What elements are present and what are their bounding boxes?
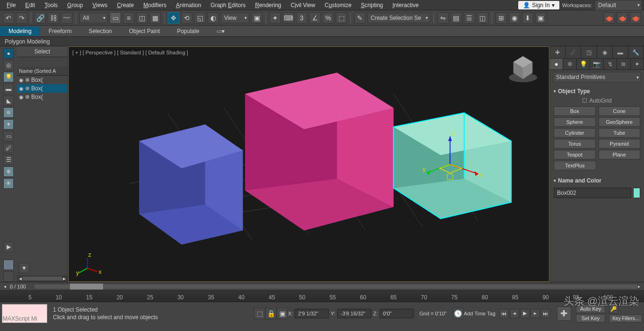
time-track[interactable] — [34, 284, 638, 289]
percent-snap-button[interactable]: % — [322, 12, 334, 24]
time-thumb[interactable] — [70, 284, 103, 289]
menu-animation[interactable]: Animation — [172, 1, 205, 9]
coord-x[interactable] — [295, 309, 329, 318]
freeze-icon[interactable] — [26, 78, 29, 82]
select-window-button[interactable]: ▦ — [149, 12, 161, 24]
menu-scripting[interactable]: Scripting — [357, 1, 387, 9]
viewport[interactable]: [ + ] [ Perspective ] [ Standard ] [ Def… — [68, 46, 549, 282]
autogrid-check[interactable]: ☐AutoGrid — [554, 96, 640, 105]
section-title-name-color[interactable]: Name and Color — [554, 175, 640, 186]
angle-snap-button[interactable]: ∠ — [309, 12, 321, 24]
coord-z[interactable] — [380, 309, 414, 318]
cp-sub-geometry[interactable]: ● — [550, 59, 563, 70]
menu-views[interactable]: Views — [88, 1, 111, 9]
visibility-icon[interactable]: ◉ — [19, 86, 24, 92]
btn-cylinder[interactable]: Cylinder — [554, 128, 596, 138]
menu-group[interactable]: Group — [63, 1, 87, 9]
lt-sphere[interactable]: ● — [3, 48, 14, 59]
section-title-object-type[interactable]: Object Type — [554, 86, 640, 96]
manipulate-button[interactable]: ✦ — [270, 12, 281, 24]
render-iterate-button[interactable]: 🫖 — [630, 12, 641, 24]
menu-grapheditors[interactable]: Graph Editors — [207, 1, 249, 9]
lt-play[interactable]: ▶ — [3, 242, 14, 252]
rotate-button[interactable]: ⟲ — [181, 12, 192, 24]
lock-icon[interactable]: 🔒 — [265, 308, 277, 319]
lt-waves[interactable]: ≋ — [3, 107, 14, 118]
ribbon-tab-objectpaint[interactable]: Object Paint — [121, 26, 168, 36]
lt-gizmo[interactable]: ✦ — [3, 119, 14, 130]
menu-edit[interactable]: Edit — [21, 1, 39, 9]
signin-button[interactable]: 👤 Sign In ▾ — [518, 1, 559, 9]
menu-tools[interactable]: Tools — [41, 1, 61, 9]
select-name-button[interactable]: ≡ — [123, 12, 134, 24]
scene-row-1[interactable]: ◉Box( — [17, 84, 68, 93]
play[interactable]: ▶ — [520, 309, 530, 318]
undo-button[interactable]: ↶ — [3, 12, 14, 24]
viewport-label[interactable]: [ + ] [ Perspective ] [ Standard ] [ Def… — [72, 50, 188, 55]
cp-sub-systems[interactable]: ✦ — [631, 59, 644, 70]
scene-row-2[interactable]: ◉Box( — [17, 93, 68, 101]
lt-spline[interactable]: ☰ — [3, 155, 14, 165]
filter-icon[interactable]: ▼ — [19, 263, 29, 273]
selection-filter-dropdown[interactable]: All — [79, 13, 108, 23]
ribbon-tab-freeform[interactable]: Freeform — [40, 26, 80, 36]
scene-expand[interactable] — [17, 57, 68, 67]
lt-swatch[interactable] — [3, 260, 14, 270]
menu-civilview[interactable]: Civil View — [287, 1, 319, 9]
object-name-input[interactable] — [554, 188, 631, 198]
lt-measure[interactable]: ◣ — [3, 96, 14, 106]
prev-frame[interactable]: ◂ — [510, 309, 519, 318]
move-button[interactable]: ✥ — [168, 12, 179, 24]
cp-tab-utilities[interactable]: 🔧 — [628, 46, 644, 58]
btn-geosphere[interactable]: GeoSphere — [599, 117, 641, 127]
menu-interactive[interactable]: Interactive — [389, 1, 422, 9]
cp-tab-create[interactable]: ✚ — [550, 46, 566, 58]
btn-box[interactable]: Box — [554, 106, 596, 116]
btn-pyramid[interactable]: Pyramid — [599, 139, 641, 148]
viewcube[interactable] — [506, 52, 540, 85]
goto-start[interactable]: ⏮ — [499, 309, 509, 318]
material-editor-button[interactable]: ◉ — [509, 12, 520, 24]
ribbon-expand[interactable]: ▭▾ — [208, 26, 233, 36]
selection-lock-icon[interactable]: ⬚ — [254, 308, 265, 319]
snap-3d-button[interactable]: 3 — [296, 12, 307, 24]
select-rect-button[interactable]: ◫ — [136, 12, 148, 24]
next-frame[interactable]: ▸ — [531, 309, 540, 318]
lt-empty[interactable] — [3, 271, 14, 282]
selection-set-dropdown[interactable]: Create Selection Se — [367, 13, 430, 23]
menu-modifiers[interactable]: Modifiers — [139, 1, 170, 9]
link-button[interactable]: 🔗 — [35, 12, 46, 24]
redo-button[interactable]: ↷ — [16, 12, 27, 24]
viewport-canvas[interactable]: x y z xyz — [69, 47, 549, 281]
lt-light[interactable]: ◎ — [3, 60, 14, 70]
cp-tab-display[interactable]: ▬ — [613, 46, 628, 58]
align-button[interactable]: ▤ — [451, 12, 462, 24]
select-object-button[interactable]: ▭ — [110, 12, 121, 24]
menu-rendering[interactable]: Rendering — [251, 1, 285, 9]
setkey-button[interactable]: Set Key — [576, 314, 606, 322]
lt-camera[interactable]: ▬ — [3, 84, 14, 94]
btn-textplus[interactable]: TextPlus — [554, 161, 596, 170]
render-prod-button[interactable]: 🫖 — [617, 12, 628, 24]
cp-tab-motion[interactable]: ◉ — [597, 46, 613, 58]
btn-torus[interactable]: Torus — [554, 139, 596, 148]
pivot-button[interactable]: ▣ — [251, 12, 262, 24]
layer-button[interactable]: ☰ — [464, 12, 475, 24]
freeze-icon[interactable] — [26, 87, 29, 90]
ribbon-tab-populate[interactable]: Populate — [168, 26, 208, 36]
bind-button[interactable]: 〰 — [61, 12, 72, 24]
object-color-swatch[interactable] — [633, 188, 640, 198]
btn-cone[interactable]: Cone — [599, 106, 641, 116]
menu-file[interactable]: File — [3, 1, 19, 9]
refcoord-dropdown[interactable]: View — [221, 13, 249, 23]
render-teapot-button[interactable]: 🫖 — [603, 12, 615, 24]
spinner-snap-button[interactable]: ⬚ — [336, 12, 347, 24]
menu-create[interactable]: Create — [113, 1, 138, 9]
lt-eye[interactable]: 👁 — [3, 178, 14, 189]
lt-plane[interactable]: ▭ — [3, 131, 14, 141]
isolate-icon[interactable]: ▣ — [277, 308, 288, 319]
cp-sub-helpers[interactable]: ↯ — [604, 59, 617, 70]
goto-end[interactable]: ⏭ — [541, 309, 550, 318]
render-frame-button[interactable]: ▣ — [535, 12, 547, 24]
time-ruler[interactable]: 510 1520 2530 3540 4550 5560 6570 7580 8… — [0, 290, 644, 302]
